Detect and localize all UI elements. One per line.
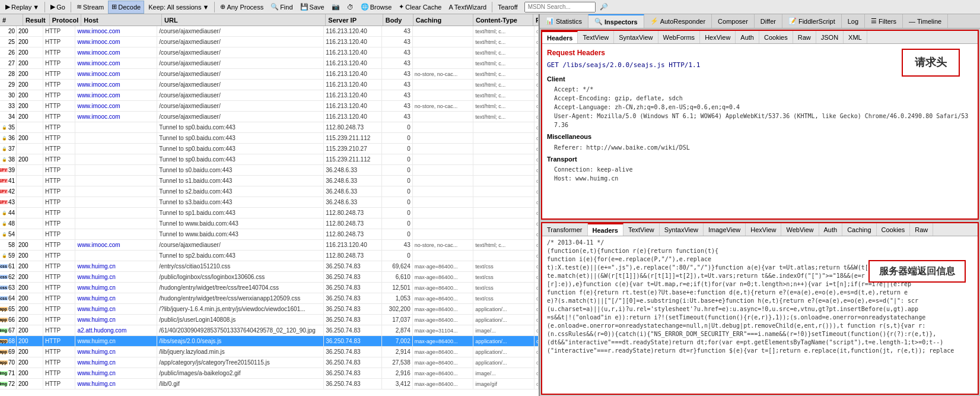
table-row[interactable]: img71 200 HTTP www.huimg.cn /public/imag… [0,368,539,379]
resp-tab-headers[interactable]: Headers [588,223,623,236]
table-row[interactable]: SPY43 HTTP Tunnel to s3.baidu.com:443 36… [0,197,539,208]
table-row[interactable]: css64 200 HTTP www.huimg.cn /hudong/entr… [0,293,539,304]
resp-tab-webview[interactable]: WebView [781,223,819,236]
table-row[interactable]: 30 200 HTTP www.imooc.com /course/ajaxme… [0,90,539,101]
table-row[interactable]: app69 200 HTTP www.huimg.cn /lib/jquery.… [0,347,539,357]
header-host: Host: www.huimg.cn [554,174,973,183]
req-tab-syntaxview[interactable]: SyntaxView [614,31,658,43]
table-row[interactable]: 29 200 HTTP www.imooc.com /course/ajaxme… [0,80,539,90]
tearoff-button[interactable]: Tearoff [495,1,520,14]
table-row[interactable]: 33 200 HTTP www.imooc.com /course/ajaxme… [0,101,539,112]
keep-button[interactable]: Keep: All sessions ▼ [145,1,212,14]
table-row[interactable]: 🔒35 HTTP Tunnel to sp0.baidu.com:443 112… [0,122,539,133]
cell-url: /libs/seajs/2.0.0/seajs.js [157,336,324,346]
textwizard-button[interactable]: A TextWizard [446,1,489,14]
cell-protocol: HTTP [43,293,75,303]
cell-host: www.imooc.com [75,240,157,250]
save-button[interactable]: 💾 Save [297,1,327,14]
any-process-button[interactable]: ⊕ Any Process [217,1,266,14]
table-row[interactable]: 34 200 HTTP www.imooc.com /course/ajaxme… [0,112,539,122]
table-row[interactable]: css63 200 HTTP www.huimg.cn /hudong/entr… [0,283,539,293]
process-icon: ⊕ [220,3,225,11]
browse-button[interactable]: 🌐 Browse [358,1,395,14]
table-row[interactable]: 26 200 HTTP www.imooc.com /course/ajaxme… [0,47,539,58]
cell-caching [413,80,474,90]
resp-tab-cookies[interactable]: Cookies [877,223,911,236]
table-row[interactable]: SPY39 HTTP Tunnel to s0.baidu.com:443 36… [0,165,539,176]
resp-tab-hexview[interactable]: HexView [746,223,781,236]
cell-server-ip: 116.213.120.40 [324,69,382,79]
req-tab-textview[interactable]: TextView [578,31,614,43]
resp-tab-textview[interactable]: TextView [623,223,660,236]
find-button[interactable]: 🔍 Find [268,1,295,14]
screenshot-button[interactable]: 📷 [329,1,343,14]
table-row[interactable]: SPY42 HTTP Tunnel to s2.baidu.com:443 36… [0,186,539,197]
cell-host [75,165,157,175]
req-tab-xml[interactable]: XML [844,31,867,43]
tab-autoresponder[interactable]: ⚡ AutoResponder [644,14,712,28]
table-row[interactable]: css61 200 HTTP www.huimg.cn /entry/css/c… [0,261,539,272]
request-list-container[interactable]: 20 200 HTTP www.imooc.com /course/ajaxme… [0,26,539,396]
table-row[interactable]: 🔒36 200 HTTP Tunnel to sp0.baidu.com:443… [0,133,539,144]
table-row[interactable]: 🔒48 HTTP Tunnel to www.baidu.com:443 112… [0,218,539,229]
req-tab-json[interactable]: JSON [816,31,844,43]
tab-composer[interactable]: Composer [712,14,755,28]
table-row[interactable]: css62 200 HTTP www.huimg.cn /public/logi… [0,272,539,283]
tab-statistics[interactable]: 📊 Statistics [540,14,588,28]
tab-log[interactable]: Log [842,14,865,28]
table-row[interactable]: 28 200 HTTP www.imooc.com /course/ajaxme… [0,69,539,80]
cell-content-type [473,208,534,218]
req-tab-raw[interactable]: Raw [793,31,816,43]
tab-timeline[interactable]: — Timeline [903,14,948,28]
tab-fiddlerscript[interactable]: 📝 FiddlerScript [782,14,842,28]
table-row[interactable]: img67 200 HTTP a2.att.hudong.com /61/40/… [0,325,539,336]
table-row[interactable]: app70 200 HTTP www.huimg.cn /app/categor… [0,357,539,368]
stream-button[interactable]: ≋ Stream [74,1,107,14]
timer-button[interactable]: ⏱ [344,1,357,14]
resp-tab-caching[interactable]: Caching [842,223,876,236]
req-tab-cookies[interactable]: Cookies [759,31,793,43]
req-tab-hexview[interactable]: HexView [700,31,736,43]
decode-button[interactable]: ⊞ Decode [108,1,144,14]
table-row[interactable]: 🔒54 HTTP Tunnel to www.baidu.com:443 112… [0,229,539,240]
cell-body: 0 [382,154,413,164]
cell-body: 0 [382,186,413,197]
cell-protocol: HTTP [43,347,75,357]
resp-tab-raw[interactable]: Raw [910,223,933,236]
msdn-search-input[interactable] [524,2,596,12]
resp-tab-imageview[interactable]: ImageView [704,223,746,236]
search-go-button[interactable]: 🔎 [597,1,611,14]
table-row[interactable]: app68 200 HTTP www.huimg.cn /libs/seajs/… [0,336,539,347]
table-row[interactable]: app66 200 HTTP www.huimg.cn /public/js/u… [0,315,539,325]
cell-caching [413,218,474,229]
table-row[interactable]: 20 200 HTTP www.imooc.com /course/ajaxme… [0,26,539,37]
table-row[interactable]: 58 200 HTTP www.imooc.com /course/ajaxme… [0,240,539,251]
resp-tab-syntaxview[interactable]: SyntaxView [660,223,704,236]
clear-cache-button[interactable]: ✦ Clear Cache [396,1,444,14]
table-row[interactable]: 25 200 HTTP www.imooc.com /course/ajaxme… [0,37,539,47]
replay-button[interactable]: ▶ Replay ▼ [2,1,42,14]
cell-num: SPY41 [0,176,17,186]
table-row[interactable]: 🔒37 HTTP Tunnel to sp0.baidu.com:443 115… [0,144,539,154]
table-row[interactable]: 🔒38 200 HTTP Tunnel to sp0.baidu.com:443… [0,154,539,165]
col-protocol: Protocol [50,14,82,26]
req-tab-webforms[interactable]: WebForms [658,31,701,43]
resp-tab-auth[interactable]: Auth [819,223,843,236]
table-row[interactable]: img72 200 HTTP www.huimg.cn /lib/0.gif 3… [0,379,539,389]
table-row[interactable]: 🔒44 HTTP Tunnel to sp1.baidu.com:443 112… [0,208,539,218]
table-row[interactable]: 🔒59 200 HTTP Tunnel to sp2.baidu.com:443… [0,251,539,261]
table-row[interactable]: 27 200 HTTP www.imooc.com /course/ajaxme… [0,58,539,69]
cell-process: chr [534,80,539,90]
tab-inspectors[interactable]: 🔍 Inspectors [588,14,644,28]
resp-tab-transformer[interactable]: Transformer [542,223,588,236]
replay-dropdown-icon: ▼ [33,4,39,11]
table-row[interactable]: app65 200 HTTP www.huimg.cn /?lib/jquery… [0,304,539,315]
tab-differ[interactable]: Differ [755,14,782,28]
cell-content-type: image/... [473,325,534,335]
tab-filters[interactable]: ☰ Filters [865,14,903,28]
table-row[interactable]: SPY41 HTTP Tunnel to s1.baidu.com:443 36… [0,176,539,186]
req-tab-headers[interactable]: Headers [542,31,578,43]
go-button[interactable]: ▶ Go [47,1,68,14]
code-line: (n.cssRules&&(r=0)){catch(i){"NS_ERROR_D… [547,330,973,338]
req-tab-auth[interactable]: Auth [736,31,759,43]
